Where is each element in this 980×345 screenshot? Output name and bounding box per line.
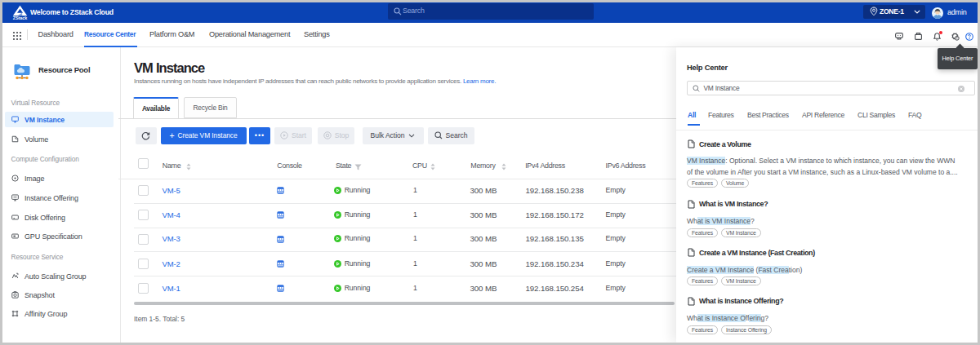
svg-text:ZStack: ZStack: [13, 15, 28, 20]
